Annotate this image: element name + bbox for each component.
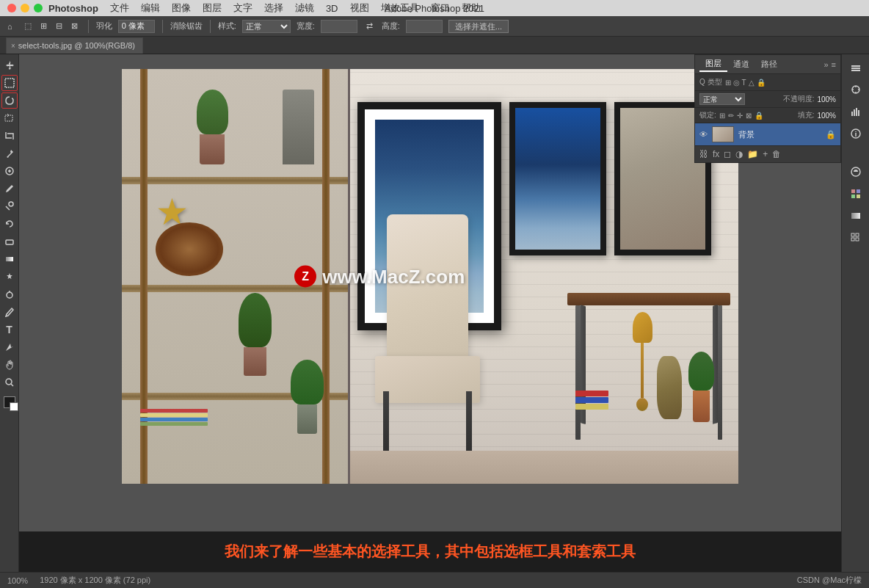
menu-view[interactable]: 视图 — [350, 1, 369, 15]
tab-channels[interactable]: 通道 — [727, 57, 755, 71]
filter-pixel-icon[interactable]: ⊞ — [725, 79, 731, 87]
lock-artboard-icon[interactable]: ⊠ — [746, 112, 752, 120]
menu-type[interactable]: 文字 — [233, 1, 252, 15]
blend-mode-select[interactable]: 正常 溶解 正片叠底 — [699, 93, 745, 105]
tab-paths[interactable]: 路径 — [755, 57, 783, 71]
subtract-from-selection-btn[interactable]: ⊟ — [53, 20, 65, 32]
background-color[interactable] — [10, 402, 18, 411]
svg-rect-26 — [856, 238, 859, 241]
brush-btn[interactable] — [1, 181, 18, 197]
eraser-icon — [4, 236, 15, 247]
delete-layer-btn[interactable]: 🗑 — [772, 149, 781, 159]
filter-shape-icon[interactable]: △ — [749, 79, 755, 87]
svg-rect-9 — [851, 68, 860, 69]
style-select[interactable]: 正常 固定比例 固定大小 — [242, 20, 291, 33]
panel-expand-btn[interactable]: » — [823, 60, 828, 69]
svg-rect-19 — [857, 189, 860, 193]
marquee-tool-btn[interactable] — [1, 75, 18, 91]
gradients-icon-btn[interactable] — [846, 206, 866, 226]
history-btn[interactable] — [1, 216, 18, 232]
hand-btn[interactable] — [1, 357, 18, 373]
foreground-color[interactable] — [4, 396, 15, 408]
tab-close-btn[interactable]: × — [11, 42, 15, 50]
lasso-tool-btn[interactable] — [1, 92, 18, 109]
dodge-btn[interactable] — [1, 286, 18, 302]
move-tool-btn[interactable] — [1, 57, 18, 73]
menu-3d[interactable]: 3D — [326, 3, 338, 14]
eyedropper-btn[interactable] — [1, 145, 18, 161]
patterns-icon-btn[interactable] — [846, 228, 866, 248]
canvas-document[interactable]: ★ — [122, 69, 738, 484]
feather-input[interactable] — [118, 20, 155, 33]
healing-btn[interactable] — [1, 163, 18, 179]
panel-menu-btn[interactable]: ≡ — [832, 60, 836, 69]
svg-rect-1 — [5, 115, 12, 121]
height-label: 高度: — [382, 21, 400, 32]
new-layer-btn[interactable]: + — [763, 149, 768, 159]
table-leg-2 — [718, 305, 723, 439]
layer-eye-icon[interactable]: 👁 — [699, 130, 708, 139]
text-btn[interactable]: T — [1, 322, 18, 338]
window-title: Adobe Photoshop 2021 — [385, 3, 484, 14]
add-mask-btn[interactable]: ◻ — [724, 149, 731, 159]
path-selection-btn[interactable] — [1, 339, 18, 355]
clear-alias-label: 消除锯齿 — [170, 21, 203, 32]
svg-rect-14 — [856, 108, 857, 116]
lock-all-icon[interactable]: 🔒 — [755, 112, 763, 120]
select-subject-btn[interactable]: 选择并遮住... — [448, 20, 509, 33]
eraser-btn[interactable] — [1, 233, 18, 250]
svg-rect-0 — [5, 79, 14, 87]
object-selection-btn[interactable] — [1, 110, 18, 126]
menu-select[interactable]: 选择 — [264, 1, 283, 15]
rectangular-marquee-btn[interactable]: ⬚ — [21, 20, 34, 32]
divider2 — [162, 20, 163, 33]
lock-transparent-icon[interactable]: ⊞ — [719, 112, 725, 120]
menu-filter[interactable]: 滤镜 — [295, 1, 314, 15]
minimize-button[interactable] — [21, 4, 29, 12]
clone-stamp-btn[interactable] — [1, 198, 18, 214]
opacity-label: 不透明度: — [783, 94, 815, 104]
zoom-level: 100% — [7, 576, 28, 585]
titlebar: Photoshop 文件 编辑 图像 图层 文字 选择 滤镜 3D 视图 增效工… — [0, 0, 869, 16]
document-tab[interactable]: × select-tools.jpg @ 100%(RGB/8) — [6, 37, 143, 54]
menu-edit[interactable]: 编辑 — [141, 1, 160, 15]
layer-panel-icon[interactable] — [846, 57, 866, 78]
zoom-btn[interactable] — [1, 374, 18, 391]
color-icon-btn[interactable] — [846, 161, 866, 182]
pen-btn[interactable] — [1, 304, 18, 320]
gradient-btn[interactable] — [1, 251, 18, 267]
lock-move-icon[interactable]: ✛ — [737, 112, 743, 120]
fx-btn[interactable]: fx — [713, 149, 719, 159]
histogram-icon-btn[interactable] — [846, 101, 866, 122]
crop-tool-btn[interactable] — [1, 128, 18, 144]
add-to-selection-btn[interactable]: ⊞ — [37, 20, 50, 32]
width-input[interactable] — [321, 20, 357, 33]
swap-btn[interactable]: ⇄ — [363, 20, 376, 32]
info-icon-btn[interactable] — [846, 123, 866, 144]
feather-label: 羽化 — [96, 21, 112, 32]
intersect-selection-btn[interactable]: ⊠ — [68, 20, 81, 32]
height-input[interactable] — [406, 20, 443, 33]
maximize-button[interactable] — [34, 4, 43, 12]
filter-type-icon[interactable]: T — [742, 79, 746, 87]
lamp-table — [633, 312, 652, 422]
home-btn[interactable]: ⌂ — [4, 21, 15, 32]
layer-item-background[interactable]: 👁 背景 🔒 — [695, 123, 840, 145]
menu-layer[interactable]: 图层 — [203, 1, 222, 15]
chair-area — [369, 214, 486, 451]
adjustments-icon-btn[interactable] — [846, 79, 866, 100]
filter-adjust-icon[interactable]: ◎ — [733, 79, 740, 87]
group-layers-btn[interactable]: 📁 — [747, 149, 758, 159]
close-button[interactable] — [7, 4, 16, 12]
filter-smart-icon[interactable]: 🔒 — [757, 79, 766, 87]
adjustment-layer-btn[interactable]: ◑ — [735, 149, 743, 159]
link-layers-btn[interactable]: ⛓ — [699, 149, 708, 159]
blur-btn[interactable] — [1, 269, 18, 285]
lock-label: 锁定: — [699, 110, 716, 120]
tab-layers[interactable]: 图层 — [699, 57, 727, 72]
menu-file[interactable]: 文件 — [110, 1, 129, 15]
swatches-icon-btn[interactable] — [846, 184, 866, 204]
lock-paint-icon[interactable]: ✏ — [728, 112, 734, 120]
menu-image[interactable]: 图像 — [172, 1, 191, 15]
watermark-text: www.MacZ.com — [322, 265, 465, 288]
